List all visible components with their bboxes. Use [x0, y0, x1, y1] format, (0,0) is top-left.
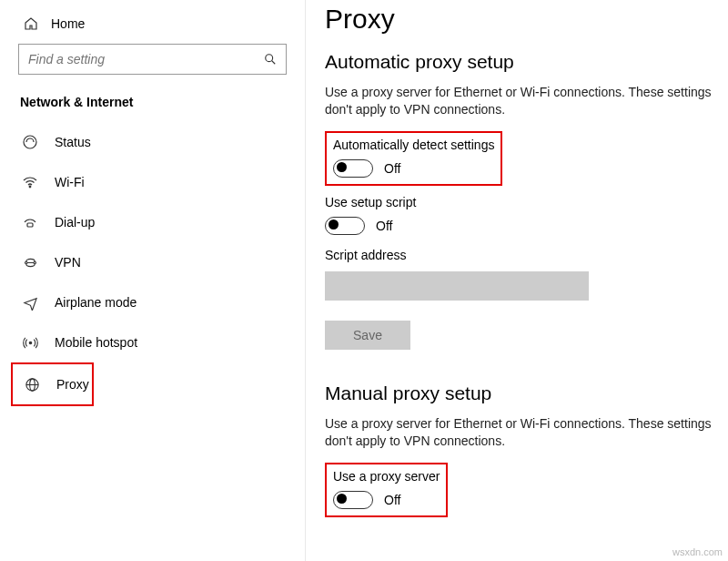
script-address-input[interactable] [325, 271, 589, 301]
sidebar-item-airplane[interactable]: Airplane mode [0, 282, 305, 322]
svg-point-5 [25, 261, 26, 263]
page-title: Proxy [325, 4, 728, 35]
svg-point-6 [33, 261, 35, 263]
search-input[interactable] [28, 52, 264, 66]
use-proxy-label: Use a proxy server [333, 469, 440, 484]
highlight-auto-detect: Automatically detect settings Off [325, 131, 502, 186]
svg-point-7 [29, 342, 31, 343]
wifi-icon [22, 174, 38, 190]
home-label: Home [51, 16, 85, 31]
highlight-use-proxy: Use a proxy server Off [325, 463, 448, 517]
vertical-divider [305, 0, 306, 561]
sidebar-item-label: VPN [55, 255, 81, 270]
sidebar-item-label: Proxy [56, 377, 89, 392]
svg-point-3 [29, 186, 31, 188]
category-header: Network & Internet [0, 95, 305, 122]
sidebar-item-proxy[interactable]: Proxy [11, 362, 94, 406]
sidebar-item-hotspot[interactable]: Mobile hotspot [0, 322, 305, 362]
main-content: Proxy Automatic proxy setup Use a proxy … [305, 0, 728, 561]
sidebar-item-label: Wi-Fi [55, 175, 85, 189]
auto-detect-label: Automatically detect settings [333, 138, 494, 152]
script-address-label: Script address [325, 248, 728, 262]
hotspot-icon [22, 334, 38, 351]
dialup-icon [22, 214, 38, 230]
svg-rect-4 [27, 223, 33, 227]
airplane-icon [22, 294, 38, 311]
sidebar-item-status[interactable]: Status [0, 122, 305, 162]
manual-section-heading: Manual proxy setup [325, 382, 728, 404]
auto-section-desc: Use a proxy server for Ethernet or Wi-Fi… [325, 84, 725, 118]
home-icon [24, 16, 38, 31]
sidebar-item-label: Dial-up [55, 215, 95, 230]
svg-point-2 [24, 136, 36, 148]
search-input-wrap[interactable] [18, 44, 287, 75]
status-icon [22, 134, 38, 150]
sidebar-item-label: Mobile hotspot [55, 335, 137, 350]
setup-script-toggle[interactable] [325, 217, 365, 235]
sidebar: Home Network & Internet Status Wi-Fi Dia… [0, 0, 305, 561]
svg-line-1 [272, 61, 276, 65]
vpn-icon [22, 254, 38, 270]
search-icon [264, 53, 277, 66]
sidebar-item-dialup[interactable]: Dial-up [0, 202, 305, 242]
auto-detect-toggle[interactable] [333, 159, 373, 178]
setup-script-label: Use setup script [325, 195, 728, 209]
globe-icon [24, 376, 40, 393]
use-proxy-toggle[interactable] [333, 491, 373, 509]
svg-point-0 [266, 55, 273, 62]
save-button[interactable]: Save [325, 321, 410, 350]
home-link[interactable]: Home [0, 9, 305, 44]
auto-detect-state: Off [384, 161, 400, 176]
auto-section-heading: Automatic proxy setup [325, 51, 728, 73]
sidebar-item-vpn[interactable]: VPN [0, 242, 305, 282]
sidebar-item-label: Airplane mode [55, 295, 136, 310]
watermark: wsxdn.com [672, 546, 723, 557]
sidebar-item-wifi[interactable]: Wi-Fi [0, 162, 305, 202]
manual-section-desc: Use a proxy server for Ethernet or Wi-Fi… [325, 415, 725, 450]
sidebar-item-label: Status [55, 135, 91, 149]
setup-script-state: Off [376, 219, 392, 233]
use-proxy-state: Off [384, 493, 400, 507]
